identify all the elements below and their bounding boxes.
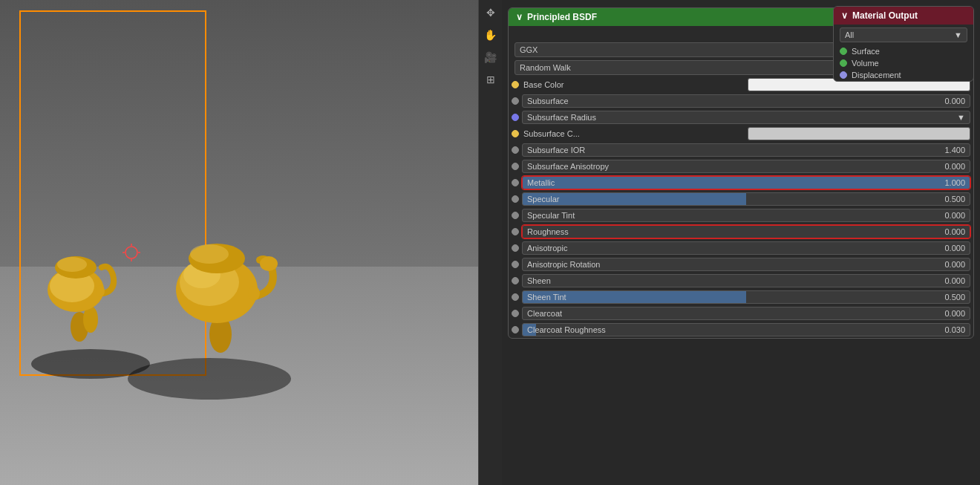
prop-bar-7[interactable]: Specular0.500 — [522, 192, 970, 206]
prop-socket-12 — [512, 277, 519, 284]
mat-socket-label-volume: Volume — [852, 59, 879, 68]
prop-socket-1 — [512, 97, 519, 105]
prop-bar-10[interactable]: Anisotropic0.000 — [522, 241, 970, 255]
prop-bar-14[interactable]: Clearcoat0.000 — [522, 307, 970, 320]
property-row-subsurface-anisotropy[interactable]: Subsurface Anisotropy0.000 — [509, 158, 973, 175]
property-row-specular-tint[interactable]: Specular Tint0.000 — [509, 207, 973, 224]
prop-socket-13 — [512, 293, 519, 301]
camera-icon[interactable]: 🎥 — [483, 49, 499, 65]
property-row-anisotropic[interactable]: Anisotropic0.000 — [509, 240, 973, 256]
property-row-sheen-tint[interactable]: Sheen Tint0.500 — [509, 289, 973, 305]
prop-bar-9[interactable]: Roughness0.000 — [522, 225, 970, 238]
color-swatch-3[interactable] — [748, 127, 970, 140]
prop-socket-5 — [512, 163, 519, 170]
distribution-selected: GGX — [520, 45, 538, 54]
prop-socket-7 — [512, 195, 519, 203]
property-row-roughness[interactable]: Roughness0.000 — [509, 224, 973, 240]
prop-bar-15[interactable]: Clearcoat Roughness0.030 — [522, 323, 970, 336]
prop-socket-15 — [512, 326, 519, 333]
prop-socket-4 — [512, 146, 519, 154]
prop-socket-9 — [512, 228, 519, 235]
prop-label-0: Base Color — [522, 80, 745, 89]
property-row-sheen[interactable]: Sheen0.000 — [509, 273, 973, 289]
property-row-subsurface-c...[interactable]: Subsurface C... — [509, 126, 973, 142]
property-row-anisotropic-rotation[interactable]: Anisotropic Rotation0.000 — [509, 256, 973, 273]
property-row-clearcoat[interactable]: Clearcoat0.000 — [509, 305, 973, 322]
property-row-clearcoat-roughness[interactable]: Clearcoat Roughness0.030 — [509, 322, 973, 338]
properties-container: Base ColorSubsurface0.000Subsurface Radi… — [509, 77, 973, 338]
property-row-metallic[interactable]: Metallic1.000 — [509, 175, 973, 191]
mat-socket-label-surface: Surface — [852, 47, 880, 56]
mat-output-arrow-icon: ▼ — [954, 30, 962, 39]
prop-bar-4[interactable]: Subsurface IOR1.400 — [522, 143, 970, 157]
prop-bar-5[interactable]: Subsurface Anisotropy0.000 — [522, 160, 970, 173]
prop-dropdown-2[interactable]: Subsurface Radius▼ — [522, 111, 970, 124]
mat-output-select-row: All ▼ — [834, 25, 973, 45]
prop-socket-14 — [512, 310, 519, 317]
prop-bar-6[interactable]: Metallic1.000 — [522, 176, 970, 189]
prop-socket-8 — [512, 212, 519, 219]
grid-icon[interactable]: ⊞ — [483, 71, 499, 88]
prop-socket-0 — [512, 81, 519, 88]
mat-socket-row-displacement: Displacement — [834, 69, 973, 81]
prop-bar-1[interactable]: Subsurface0.000 — [522, 94, 970, 108]
mat-socket-row-volume: Volume — [834, 57, 973, 69]
mat-output-title: Material Output — [852, 10, 918, 21]
prop-bar-11[interactable]: Anisotropic Rotation0.000 — [522, 258, 970, 271]
prop-socket-2 — [512, 114, 519, 121]
prop-socket-6 — [512, 179, 519, 186]
property-row-subsurface[interactable]: Subsurface0.000 — [509, 93, 973, 109]
viewport-wall — [0, 0, 478, 291]
mat-output-dropdown[interactable]: All ▼ — [840, 27, 967, 42]
mat-socket-displacement[interactable] — [840, 71, 847, 79]
prop-bar-13[interactable]: Sheen Tint0.500 — [522, 290, 970, 304]
prop-bar-8[interactable]: Specular Tint0.000 — [522, 209, 970, 222]
hand-icon[interactable]: ✋ — [483, 27, 499, 43]
mat-socket-row-surface: Surface — [834, 45, 973, 57]
node-editor: ∨ Principled BSDF BSDF GGX ▼ Random Walk… — [502, 0, 980, 485]
bsdf-header-title: Principled BSDF — [527, 12, 597, 22]
mat-socket-label-displacement: Displacement — [852, 71, 901, 79]
mat-output-arrow: ∨ — [841, 10, 848, 21]
cursor-icon[interactable]: ✥ — [483, 4, 499, 21]
bsdf-header-arrow: ∨ — [516, 12, 523, 22]
mat-output-selected: All — [845, 30, 854, 39]
material-output-node: ∨ Material Output All ▼ SurfaceVolumeDis… — [833, 6, 974, 82]
prop-socket-11 — [512, 261, 519, 268]
property-row-subsurface-ior[interactable]: Subsurface IOR1.400 — [509, 142, 973, 158]
prop-bar-12[interactable]: Sheen0.000 — [522, 274, 970, 287]
mat-socket-volume[interactable] — [840, 59, 847, 67]
prop-socket-10 — [512, 244, 519, 252]
mat-socket-surface[interactable] — [840, 48, 847, 55]
prop-label-3: Subsurface C... — [522, 129, 745, 138]
viewport[interactable] — [0, 0, 478, 485]
material-output-header: ∨ Material Output — [834, 7, 973, 25]
prop-socket-3 — [512, 130, 519, 137]
property-row-specular[interactable]: Specular0.500 — [509, 191, 973, 207]
subsurface-method-selected: Random Walk — [520, 63, 571, 72]
viewport-floor — [0, 267, 478, 485]
property-row-subsurface-radius[interactable]: Subsurface Radius▼ — [509, 109, 973, 126]
mat-sockets-container: SurfaceVolumeDisplacement — [834, 45, 973, 81]
toolbar: ✥ ✋ 🎥 ⊞ — [478, 0, 502, 485]
